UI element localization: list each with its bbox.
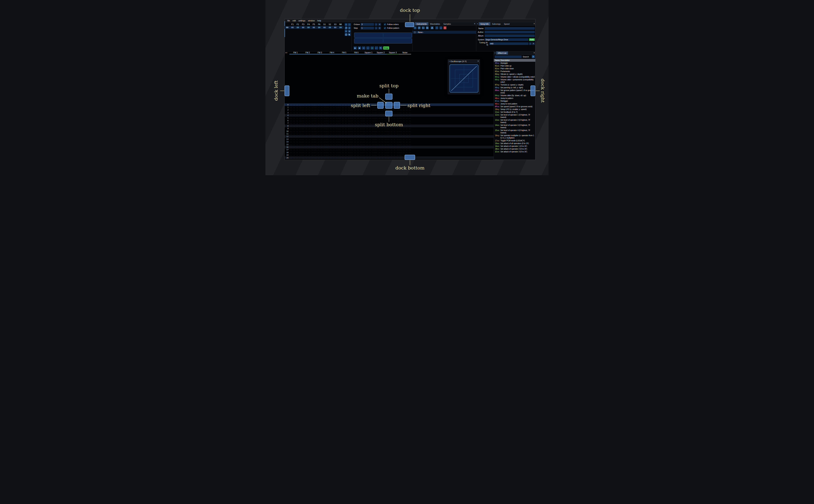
pattern-cell-fm-3[interactable]: ... .. .. .... bbox=[314, 120, 326, 121]
pattern-cell-fm-2[interactable]: ... .. .. .... bbox=[301, 104, 314, 106]
pattern-cell-fm-3[interactable]: ... .. .. .... bbox=[314, 104, 326, 106]
tab-subsongs[interactable]: Subsongs bbox=[490, 22, 502, 25]
play-pattern-button[interactable]: ◉ bbox=[358, 46, 361, 50]
order-add-button[interactable]: + bbox=[345, 23, 347, 26]
effect-row-14xx[interactable]: 14xxSet level of operator 3 (0 highest, … bbox=[494, 124, 536, 129]
pattern-cell-square-1[interactable]: ... .. .. .... bbox=[362, 149, 374, 151]
channel-header-fm-4[interactable]: FM 4 bbox=[326, 51, 338, 54]
pattern-cell-fm-1[interactable]: ... .. .. .... bbox=[289, 112, 301, 113]
order-cell-s3[interactable]: 00 bbox=[332, 26, 338, 29]
pattern-cell-noise[interactable]: ... .. .. .... bbox=[399, 138, 411, 140]
pattern-cell-square-1[interactable]: ... .. .. .... bbox=[362, 146, 374, 148]
pattern-cell-fm-1[interactable]: ... .. .. .... bbox=[289, 149, 301, 151]
pattern-cell-square-3[interactable]: ... .. .. .... bbox=[387, 160, 399, 160]
pattern-cell-fm-1[interactable]: ... .. .. .... bbox=[289, 141, 301, 143]
instrument-open-button[interactable] bbox=[422, 26, 425, 29]
pattern-cell-noise[interactable]: ... .. .. .... bbox=[399, 144, 411, 145]
channel-header-fm-5[interactable]: FM 5 bbox=[338, 51, 350, 54]
pattern-cell-fm-3[interactable]: ... .. .. .... bbox=[314, 138, 326, 140]
pattern-cell-fm-5[interactable]: ... .. .. .... bbox=[338, 104, 350, 106]
effect-row-05xy[interactable]: 05xyVolume slide + vibrato (compatibilit… bbox=[494, 76, 536, 78]
effect-row-01xx[interactable]: 01xxPitch slide up bbox=[494, 64, 536, 67]
instrument-save-button[interactable] bbox=[426, 26, 429, 29]
pattern-cell-noise[interactable]: ... .. .. .... bbox=[399, 114, 411, 116]
pattern-cell-fm-1[interactable]: ... .. .. .... bbox=[289, 136, 301, 137]
pattern-cell-fm-6[interactable]: ... .. .. .... bbox=[350, 138, 362, 140]
channel-header-fm-2[interactable]: FM 2 bbox=[301, 51, 314, 54]
pattern-cell-fm-1[interactable]: ... .. .. .... bbox=[289, 157, 301, 159]
pattern-cell-fm-6[interactable]: ... .. .. .... bbox=[350, 117, 362, 119]
pattern-cell-fm-5[interactable]: ... .. .. .... bbox=[338, 146, 350, 148]
menu-file[interactable]: file bbox=[286, 20, 291, 22]
pattern-cell-fm-3[interactable]: ... .. .. .... bbox=[314, 152, 326, 153]
name-field[interactable] bbox=[485, 27, 535, 30]
pattern-cell-fm-5[interactable]: ... .. .. .... bbox=[338, 122, 350, 124]
pattern-row-16[interactable]: 16... .. .. ....... .. .. ....... .. .. … bbox=[284, 146, 494, 148]
order-cell-f5[interactable]: 00 bbox=[311, 26, 316, 29]
pattern-cell-fm-4[interactable]: ... .. .. .... bbox=[326, 154, 338, 156]
pattern-cell-fm-5[interactable]: ... .. .. .... bbox=[338, 109, 350, 111]
pattern-cell-fm-6[interactable]: ... .. .. .... bbox=[350, 122, 362, 124]
instrument-duplicate-button[interactable] bbox=[418, 26, 421, 29]
pattern-cell-fm-3[interactable]: ... .. .. .... bbox=[314, 157, 326, 159]
menu-settings[interactable]: settings bbox=[297, 20, 307, 22]
pattern-cell-fm-1[interactable]: ... .. .. .... bbox=[289, 138, 301, 140]
tuning-increase-button[interactable]: + bbox=[532, 42, 535, 45]
effect-row-15xx[interactable]: 15xxSet level of operator 4 (0 highest, … bbox=[494, 129, 536, 134]
pattern-cell-fm-3[interactable]: ... .. .. .... bbox=[314, 154, 326, 156]
channel-header-square-3[interactable]: Square 3 bbox=[387, 51, 399, 54]
tab-song-info[interactable]: Song Info bbox=[479, 22, 490, 25]
pattern-cell-fm-6[interactable]: ... .. .. .... bbox=[350, 136, 362, 137]
pattern-cell-square-2[interactable]: ... .. .. .... bbox=[374, 117, 387, 119]
pattern-cell-square-2[interactable]: ... .. .. .... bbox=[374, 109, 387, 111]
pattern-cell-fm-4[interactable]: ... .. .. .... bbox=[326, 114, 338, 116]
pattern-cell-square-2[interactable]: ... .. .. .... bbox=[374, 144, 387, 145]
pattern-cell-fm-2[interactable]: ... .. .. .... bbox=[301, 146, 314, 148]
order-cell-n0[interactable]: 00 bbox=[338, 26, 343, 29]
channel-header-noise[interactable]: Noise bbox=[399, 51, 411, 54]
pattern-cell-square-2[interactable]: ... .. .. .... bbox=[374, 133, 387, 135]
pattern-cell-fm-6[interactable]: ... .. .. .... bbox=[350, 128, 362, 129]
pattern-cell-square-3[interactable]: ... .. .. .... bbox=[387, 141, 399, 143]
pattern-cell-noise[interactable]: ... .. .. .... bbox=[399, 136, 411, 137]
effect-list-menu-icon[interactable]: ≡ bbox=[532, 55, 535, 58]
pattern-cell-square-1[interactable]: ... .. .. .... bbox=[362, 120, 374, 121]
play-button[interactable]: ▶ bbox=[353, 46, 357, 50]
pattern-cell-fm-6[interactable]: ... .. .. .... bbox=[350, 160, 362, 160]
pattern-cell-fm-4[interactable]: ... .. .. .... bbox=[326, 144, 338, 145]
pattern-cell-square-2[interactable]: ... .. .. .... bbox=[374, 157, 387, 159]
pattern-cell-fm-1[interactable]: ... .. .. .... bbox=[289, 122, 301, 124]
pattern-cell-fm-5[interactable]: ... .. .. .... bbox=[338, 154, 350, 156]
oscilloscope-close-icon[interactable]: × bbox=[477, 60, 480, 63]
pattern-cell-square-3[interactable]: ... .. .. .... bbox=[387, 157, 399, 159]
pattern-cell-noise[interactable]: ... .. .. .... bbox=[399, 133, 411, 135]
pattern-cell-fm-1[interactable]: ... .. .. .... bbox=[289, 154, 301, 156]
pattern-cell-fm-5[interactable]: ... .. .. .... bbox=[338, 141, 350, 143]
pattern-cell-fm-6[interactable]: ... .. .. .... bbox=[350, 120, 362, 121]
pattern-cell-square-3[interactable]: ... .. .. .... bbox=[387, 128, 399, 129]
pattern-cell-square-1[interactable]: ... .. .. .... bbox=[362, 152, 374, 153]
pattern-row-5[interactable]: 5... .. .. ....... .. .. ....... .. .. .… bbox=[284, 117, 494, 119]
order-cell-s2[interactable]: 00 bbox=[327, 26, 332, 29]
pattern-cell-fm-4[interactable]: ... .. .. .... bbox=[326, 133, 338, 135]
split-target-top[interactable] bbox=[385, 94, 392, 100]
effect-row-10xy[interactable]: 10xySetup LFO (x: enable; y: speed) bbox=[494, 108, 536, 111]
pattern-cell-fm-6[interactable]: ... .. .. .... bbox=[350, 152, 362, 153]
split-target-left[interactable] bbox=[377, 102, 383, 109]
tab-effect-list[interactable]: Effect List bbox=[496, 51, 508, 55]
pattern-cell-fm-1[interactable]: ... .. .. .... bbox=[289, 117, 301, 119]
pattern-cell-fm-6[interactable]: ... .. .. .... bbox=[350, 125, 362, 127]
pattern-cell-fm-4[interactable]: ... .. .. .... bbox=[326, 160, 338, 160]
pattern-cell-fm-5[interactable]: ... .. .. .... bbox=[338, 138, 350, 140]
dock-target-bottom[interactable] bbox=[404, 155, 415, 160]
pattern-cell-fm-2[interactable]: ... .. .. .... bbox=[301, 136, 314, 137]
pattern-cell-fm-1[interactable]: ... .. .. .... bbox=[289, 109, 301, 111]
pattern-cell-square-2[interactable]: ... .. .. .... bbox=[374, 112, 387, 113]
instrument-move-up-button[interactable]: ↑ bbox=[436, 26, 438, 29]
system-field[interactable]: Sega Genesis/Mega Drive bbox=[485, 38, 528, 41]
pattern-cell-fm-5[interactable]: ... .. .. .... bbox=[338, 149, 350, 151]
pattern-cell-fm-1[interactable]: ... .. .. .... bbox=[289, 144, 301, 145]
pattern-row-15[interactable]: 15... .. .. ....... .. .. ....... .. .. … bbox=[284, 143, 494, 146]
pattern-cell-square-1[interactable]: ... .. .. .... bbox=[362, 154, 374, 156]
pattern-cell-fm-3[interactable]: ... .. .. .... bbox=[314, 114, 326, 116]
